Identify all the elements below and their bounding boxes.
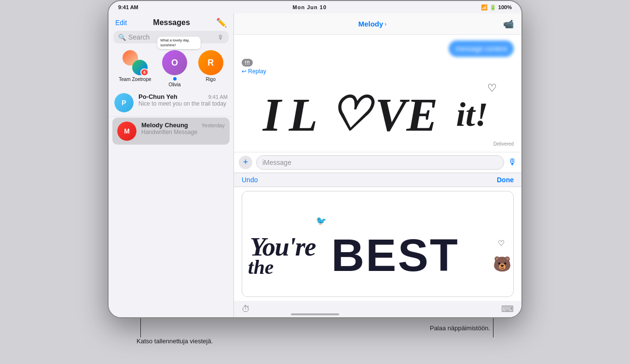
annotation-bottom-left: Katso tallennettuja viestejä. — [137, 318, 213, 345]
undo-done-bar: Undo Done — [234, 173, 521, 187]
melody-avatar: M — [117, 121, 137, 141]
unread-badge: 6 — [140, 68, 149, 76]
exclamation-badge: !!! — [242, 59, 253, 67]
pochun-name: Po-Chun Yeh — [138, 93, 178, 100]
list-item[interactable]: P Po-Chun Yeh 9:41 AM Nice to meet you o… — [109, 89, 233, 117]
sidebar-title: Messages — [153, 18, 190, 27]
pochun-avatar: P — [114, 93, 134, 112]
sidebar: Edit Messages ✏️ 🔍 Search 🎙 — [109, 13, 234, 317]
edit-button[interactable]: Edit — [115, 19, 127, 27]
svg-text:🐦: 🐦 — [316, 216, 327, 226]
delivered-label: Delivered — [493, 141, 514, 147]
home-indicator — [291, 313, 339, 315]
compose-button[interactable]: ✏️ — [216, 17, 227, 28]
annotation-bottom-right: Palaa näppäimistöön. — [430, 318, 493, 337]
sidebar-header: Edit Messages ✏️ — [109, 13, 233, 31]
handwriting-canvas[interactable]: You're the 🐦 BEST 🐻 ♡ — [242, 191, 514, 297]
pinned-item-team-zoetrope[interactable]: 6 Team Zoetrope — [119, 50, 151, 87]
chat-bubble-preview: What a lovely day, sunshine! — [157, 37, 201, 49]
ipad-frame: 9:41 AM Mon Jun 10 📶 🔋 100% Edit Message… — [108, 0, 522, 318]
chat-header: Melody › 📹 — [234, 13, 521, 35]
input-mic-button[interactable]: 🎙 — [508, 157, 517, 167]
rigo-avatar: R — [198, 50, 223, 75]
annotation-left-text: Katso tallennettuja viestejä. — [137, 337, 213, 345]
message-input[interactable]: iMessage — [256, 155, 504, 170]
svg-text:🐻: 🐻 — [493, 255, 512, 273]
annotation-right-text: Palaa näppäimistöön. — [430, 324, 490, 332]
add-attachment-button[interactable]: + — [239, 156, 252, 169]
pinned-row: 6 Team Zoetrope What a lovely day, sunsh… — [109, 47, 233, 89]
love-it-message: I L ♡ VE it! ♡ — [242, 79, 514, 141]
pochun-content: Po-Chun Yeh 9:41 AM Nice to meet you on … — [138, 93, 228, 107]
svg-text:the: the — [248, 256, 274, 278]
annotations-area: Katso tallennettuja viestejä. Palaa näpp… — [108, 318, 522, 364]
status-bar: 9:41 AM Mon Jun 10 📶 🔋 100% — [109, 1, 521, 13]
input-bar: + iMessage 🎙 — [234, 152, 521, 173]
melody-time: Yesterday — [201, 122, 225, 128]
status-right: 📶 🔋 100% — [481, 4, 512, 11]
status-time: 9:41 AM — [118, 4, 138, 10]
timer-button[interactable]: ⏱ — [242, 304, 250, 314]
contact-name: Melody — [358, 20, 383, 28]
app-body: Edit Messages ✏️ 🔍 Search 🎙 — [109, 13, 521, 317]
contact-name-area[interactable]: Melody › — [358, 20, 387, 28]
melody-name: Melody Cheung — [141, 121, 188, 129]
melody-preview: Handwritten Message — [141, 129, 225, 135]
chat-messages: message content !!! ↩ Replay I — [234, 35, 521, 152]
svg-text:I: I — [262, 89, 283, 141]
pinned-label-olivia: Olivia — [169, 82, 181, 87]
battery-percent: 100% — [498, 4, 512, 10]
previous-message-area: message content — [242, 40, 514, 57]
pinned-label-team-zoetrope: Team Zoetrope — [119, 77, 151, 82]
svg-text:BEST: BEST — [331, 229, 459, 281]
svg-text:L: L — [288, 89, 318, 141]
wifi-icon: 📶 — [481, 4, 488, 11]
mic-icon[interactable]: 🎙 — [218, 34, 224, 41]
pochun-preview: Nice to meet you on the trail today — [138, 100, 228, 107]
pinned-item-rigo[interactable]: R Rigo — [198, 50, 223, 87]
chat-panel: Melody › 📹 message content !! — [234, 13, 521, 317]
contact-chevron-icon: › — [384, 21, 386, 27]
keyboard-button[interactable]: ⌨ — [501, 304, 514, 314]
svg-text:VE: VE — [375, 89, 438, 141]
list-item[interactable]: M Melody Cheung Yesterday Handwritten Me… — [112, 118, 230, 145]
battery-icon: 🔋 — [490, 4, 496, 11]
bottom-toolbar: ⏱ ⌨ — [234, 301, 521, 317]
pinned-item-olivia[interactable]: What a lovely day, sunshine! O Olivia — [162, 50, 187, 87]
video-call-button[interactable]: 📹 — [503, 19, 514, 29]
replay-button[interactable]: ↩ Replay — [242, 68, 266, 75]
pochun-time: 9:41 AM — [208, 94, 228, 100]
unread-dot-olivia — [173, 77, 177, 81]
svg-text:♡: ♡ — [328, 89, 375, 141]
status-date: Mon Jun 10 — [293, 4, 327, 10]
pinned-label-rigo: Rigo — [205, 77, 216, 82]
olivia-avatar: O — [162, 50, 187, 75]
message-list: P Po-Chun Yeh 9:41 AM Nice to meet you o… — [109, 89, 233, 317]
handwriting-svg: You're the 🐦 BEST 🐻 ♡ — [242, 206, 513, 281]
svg-text:♡: ♡ — [488, 82, 497, 94]
search-icon: 🔍 — [118, 34, 126, 41]
svg-text:it!: it! — [456, 95, 489, 133]
blurred-message: message content — [449, 40, 514, 57]
undo-button[interactable]: Undo — [242, 176, 258, 184]
svg-text:♡: ♡ — [498, 239, 505, 247]
done-button[interactable]: Done — [497, 176, 514, 184]
melody-content: Melody Cheung Yesterday Handwritten Mess… — [141, 121, 225, 135]
love-it-svg: I L ♡ VE it! ♡ — [242, 79, 514, 141]
replay-area: !!! ↩ Replay — [242, 59, 514, 75]
